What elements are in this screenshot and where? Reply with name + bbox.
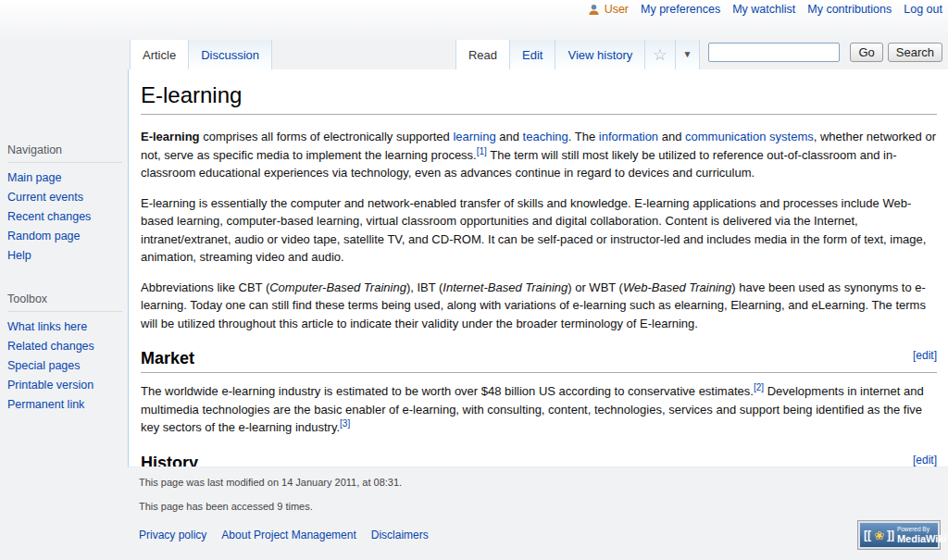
badge-text: Powered By MediaWiki xyxy=(897,526,947,543)
sidebar-item-printable-version[interactable]: Printable version xyxy=(7,376,122,395)
inline-link[interactable]: [2] xyxy=(754,382,764,392)
inline-link[interactable]: learning xyxy=(453,130,495,143)
reference-superscript[interactable]: [2] xyxy=(754,382,764,392)
sidebar-toolbox-title: Toolbox xyxy=(7,292,122,312)
last-modified-text: This page was last modified on 14 Januar… xyxy=(139,477,948,488)
sidebar: Navigation Main page Current events Rece… xyxy=(7,143,122,442)
inline-link[interactable]: teaching xyxy=(523,130,568,143)
text-run: and xyxy=(658,130,685,143)
sidebar-item-what-links-here[interactable]: What links here xyxy=(7,317,122,337)
badge-bracket-left: [[ xyxy=(864,529,871,541)
tab-read[interactable]: Read xyxy=(455,40,510,69)
tab-edit-label: Edit xyxy=(522,48,543,62)
search-input[interactable] xyxy=(708,43,840,62)
text-run: The worldwide e-learning industry is est… xyxy=(141,384,754,398)
text-run: comprises all forms of electronically su… xyxy=(200,130,454,143)
section-heading-market-label: Market xyxy=(141,349,194,367)
edit-section-link[interactable]: [edit] xyxy=(913,454,937,467)
inline-link[interactable]: communication systems xyxy=(685,130,814,143)
watch-star-tab[interactable]: ☆ xyxy=(644,40,675,69)
sidebar-navigation-title: Navigation xyxy=(7,143,122,163)
sidebar-item-main-page[interactable]: Main page xyxy=(7,168,122,188)
text-run: E-learning is essentially the computer a… xyxy=(141,196,926,265)
text-run: Web-Based Training xyxy=(623,280,731,294)
mediawiki-badge-inner: [[ ❀ ]] Powered By MediaWiki xyxy=(860,523,938,547)
badge-bracket-right: ]] xyxy=(887,529,894,541)
namespace-tabs: Article Discussion xyxy=(130,40,271,69)
edit-section-link[interactable]: [edit] xyxy=(913,349,937,362)
tab-edit[interactable]: Edit xyxy=(509,40,555,69)
section-paragraph: The worldwide e-learning industry is est… xyxy=(141,382,937,437)
sidebar-item-recent-changes[interactable]: Recent changes xyxy=(7,207,122,227)
chevron-down-icon: ▼ xyxy=(683,50,692,59)
section-heading-history-label: History xyxy=(141,454,198,468)
sidebar-item-current-events[interactable]: Current events xyxy=(7,188,122,207)
footer: This page was last modified on 14 Januar… xyxy=(128,467,948,541)
article-content: E-learning E-learning comprises all form… xyxy=(128,69,948,467)
text-run: E-learning xyxy=(141,130,200,143)
text-run: ) or WBT ( xyxy=(568,280,623,294)
about-link[interactable]: About Project Management xyxy=(221,529,356,541)
view-tabs: Read Edit View history ☆ ▼ Go Search xyxy=(455,40,946,69)
tab-article[interactable]: Article xyxy=(130,40,189,69)
page-access-count-text: This page has been accessed 9 times. xyxy=(139,501,948,512)
text-run: Internet-Based Training xyxy=(443,280,568,294)
tab-discussion-label: Discussion xyxy=(201,48,259,62)
tab-discussion[interactable]: Discussion xyxy=(188,40,272,69)
star-icon: ☆ xyxy=(653,47,667,63)
sunflower-icon: ❀ xyxy=(874,529,884,541)
inline-link[interactable]: information xyxy=(599,130,658,143)
search-form: Go Search xyxy=(708,43,942,62)
tab-read-label: Read xyxy=(468,48,497,62)
sidebar-item-random-page[interactable]: Random page xyxy=(7,227,122,246)
powered-by-mediawiki-badge[interactable]: [[ ❀ ]] Powered By MediaWiki xyxy=(857,520,941,550)
reference-superscript[interactable]: [3] xyxy=(340,418,350,429)
tab-view-history[interactable]: View history xyxy=(555,40,645,69)
reference-superscript[interactable]: [1] xyxy=(477,145,487,156)
section-heading-market: [edit] Market xyxy=(141,349,937,373)
text-run: Computer-Based Training xyxy=(269,280,406,294)
privacy-policy-link[interactable]: Privacy policy xyxy=(139,529,206,541)
header: Article Discussion Read Edit View histor… xyxy=(128,0,948,69)
tab-article-label: Article xyxy=(143,48,176,62)
text-run: Abbreviations like CBT ( xyxy=(141,280,269,294)
text-run: ), IBT ( xyxy=(406,280,443,294)
sidebar-item-related-changes[interactable]: Related changes xyxy=(7,337,122,356)
footer-links: Privacy policy About Project Management … xyxy=(139,529,948,541)
inline-link[interactable]: [3] xyxy=(340,418,350,429)
sidebar-section-navigation: Navigation Main page Current events Rece… xyxy=(7,143,122,265)
search-button[interactable]: Search xyxy=(888,43,942,62)
badge-powered-by-label: Powered By xyxy=(897,526,947,532)
sidebar-item-help[interactable]: Help xyxy=(7,246,122,266)
page-title: E-learning xyxy=(141,82,937,115)
go-button[interactable]: Go xyxy=(850,43,882,62)
sidebar-item-special-pages[interactable]: Special pages xyxy=(7,356,122,376)
intro-paragraph: E-learning comprises all forms of electr… xyxy=(141,128,937,182)
sidebar-section-toolbox: Toolbox What links here Related changes … xyxy=(7,292,122,414)
disclaimers-link[interactable]: Disclaimers xyxy=(371,529,429,541)
sidebar-item-permanent-link[interactable]: Permanent link xyxy=(7,395,122,415)
tab-actions-dropdown[interactable]: ▼ xyxy=(675,40,701,69)
inline-link[interactable]: [1] xyxy=(477,145,487,156)
intro-paragraph: E-learning is essentially the computer a… xyxy=(141,194,937,267)
text-run: . The xyxy=(568,130,599,143)
badge-mediawiki-label: MediaWiki xyxy=(897,533,947,544)
tab-view-history-label: View history xyxy=(568,48,632,62)
intro-paragraph: Abbreviations like CBT (Computer-Based T… xyxy=(141,279,937,333)
text-run: and xyxy=(496,130,523,143)
section-heading-history: [edit] History xyxy=(141,454,937,468)
